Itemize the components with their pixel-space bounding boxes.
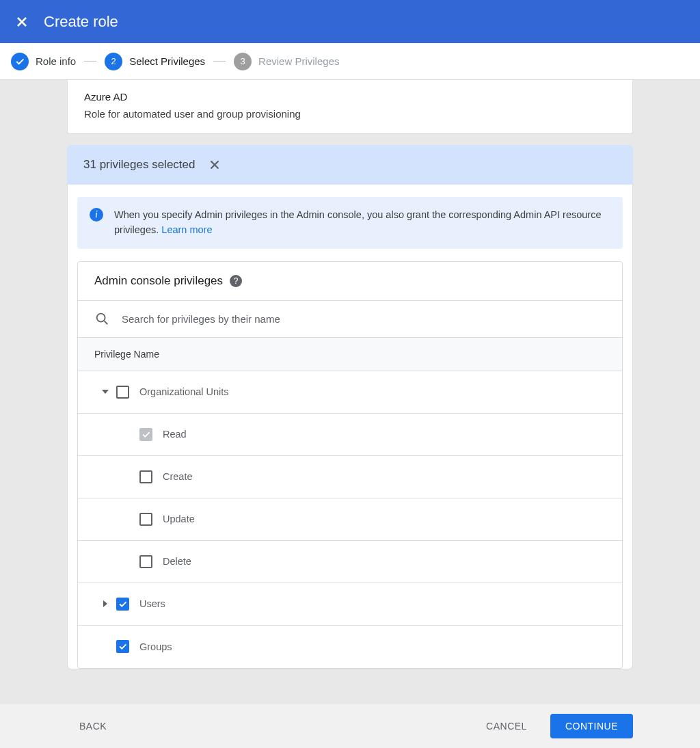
column-header: Privilege Name — [78, 338, 622, 371]
checkbox-org-units[interactable] — [116, 386, 129, 399]
info-banner-text: When you specify Admin privileges in the… — [114, 208, 610, 238]
svg-point-0 — [97, 314, 105, 322]
privilege-row-delete: Delete — [78, 541, 622, 583]
check-circle-icon — [11, 53, 29, 70]
privilege-row-update: Update — [78, 498, 622, 541]
step-review-privileges[interactable]: 3 Review Privileges — [234, 53, 339, 70]
role-name: Azure AD — [84, 91, 616, 103]
privileges-container: i When you specify Admin privileges in t… — [67, 185, 633, 669]
privilege-label: Organizational Units — [139, 386, 229, 397]
privilege-label: Groups — [139, 641, 172, 652]
stepper: Role info 2 Select Privileges 3 Review P… — [0, 43, 700, 80]
collapse-icon[interactable] — [102, 390, 109, 394]
checkbox-delete[interactable] — [139, 555, 152, 568]
step-select-privileges[interactable]: 2 Select Privileges — [105, 53, 205, 70]
privilege-search-row — [78, 301, 622, 338]
close-icon[interactable] — [14, 14, 30, 30]
cancel-button[interactable]: CANCEL — [471, 714, 542, 738]
step-label: Select Privileges — [129, 55, 205, 67]
step-number-icon: 2 — [105, 53, 122, 70]
privilege-label: Read — [163, 429, 187, 440]
back-button[interactable]: BACK — [75, 714, 122, 738]
selection-count-text: 31 privileges selected — [83, 158, 195, 172]
app-header: Create role — [0, 0, 700, 43]
role-description: Role for automated user and group provis… — [84, 108, 616, 120]
privilege-label: Update — [163, 513, 195, 524]
section-title: Admin console privileges — [94, 274, 223, 288]
privilege-row-create: Create — [78, 456, 622, 498]
section-header: Admin console privileges ? — [78, 262, 622, 301]
checkbox-update[interactable] — [139, 513, 152, 526]
step-role-info[interactable]: Role info — [11, 53, 76, 70]
checkbox-users[interactable] — [116, 598, 129, 611]
privilege-label: Users — [139, 598, 165, 609]
privilege-row-read: Read — [78, 414, 622, 456]
clear-selection-icon[interactable] — [207, 157, 222, 172]
checkbox-groups[interactable] — [116, 640, 129, 653]
continue-button[interactable]: CONTINUE — [550, 714, 633, 738]
page-title: Create role — [44, 13, 118, 31]
learn-more-link[interactable]: Learn more — [161, 224, 212, 235]
privilege-row-users: Users — [78, 583, 622, 626]
expand-icon[interactable] — [103, 600, 107, 607]
info-banner: i When you specify Admin privileges in t… — [77, 197, 623, 249]
help-icon[interactable]: ? — [230, 275, 242, 287]
privilege-row-org-units: Organizational Units — [78, 371, 622, 414]
footer-bar: BACK CANCEL CONTINUE — [0, 704, 700, 748]
role-summary-card: Azure AD Role for automated user and gro… — [67, 80, 633, 134]
checkbox-read[interactable] — [139, 428, 152, 441]
checkbox-create[interactable] — [139, 470, 152, 483]
privilege-search-input[interactable] — [122, 313, 606, 325]
info-icon: i — [90, 208, 103, 222]
privilege-label: Delete — [163, 556, 191, 567]
step-label: Role info — [36, 55, 76, 67]
admin-console-privileges-section: Admin console privileges ? Privilege Nam… — [77, 261, 623, 669]
selection-count-bar: 31 privileges selected — [67, 145, 633, 185]
step-label: Review Privileges — [258, 55, 339, 67]
privilege-label: Create — [163, 471, 193, 482]
privilege-row-groups: Groups — [78, 626, 622, 668]
search-icon — [94, 311, 109, 326]
step-divider — [84, 61, 96, 62]
step-number-icon: 3 — [234, 53, 252, 70]
step-divider — [213, 61, 226, 62]
